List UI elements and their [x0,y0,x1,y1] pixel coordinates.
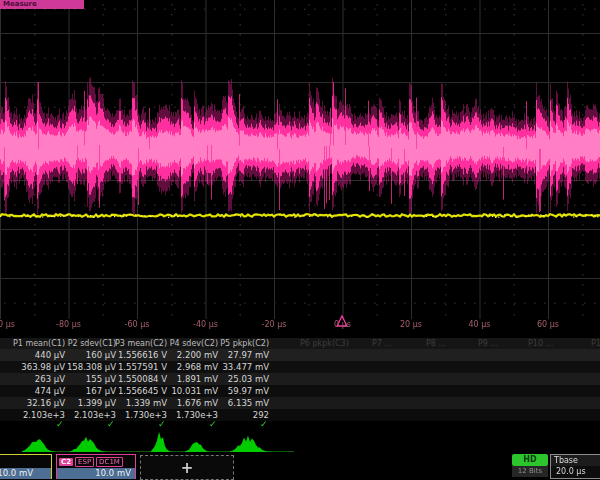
stat-value: 33.477 mV [221,362,272,372]
param-header-dim[interactable]: P6 pkpk(C3) [300,339,349,348]
time-axis: -100 µs-80 µs-60 µs-40 µs-20 µs0 µs20 µs… [0,320,600,332]
time-axis-label: 20 µs [400,320,422,329]
param-header-dim[interactable]: P10 ... [528,339,553,348]
stat-row-min: 263 µV155 µV1.550084 V1.891 mV25.03 mV [0,373,600,385]
timebase-value: 20.0 µs [551,466,600,478]
param-header-dim[interactable]: P11 [591,339,600,348]
stat-value: 155 µV [68,374,119,384]
c2-esp-badge: ESP [75,457,94,467]
stat-value: 32.16 µV [0,398,68,408]
add-trace-button[interactable]: + [140,455,234,480]
time-axis-label: 60 µs [537,320,559,329]
time-axis-label: 40 µs [469,320,491,329]
stat-value: 1.339 mV [119,398,170,408]
stat-value: 1.891 mV [170,374,221,384]
time-axis-label: 0 µs [334,320,351,329]
stat-value: 27.97 mV [221,350,272,360]
status-check-icon: ✓ [260,419,268,429]
param-header-dim[interactable]: P9 ... [478,339,498,348]
channel-descriptor-c2[interactable]: C2 ESP DC1M 10.0 mV [56,454,136,479]
stat-value: 2.200 mV [170,350,221,360]
stat-value: 1.557591 V [119,362,170,372]
hd-bits-label: 12 Bits [512,466,548,477]
hd-badge: HD [512,454,548,466]
stat-value: 1.676 mV [170,398,221,408]
c2-label: C2 [59,458,73,466]
channel-descriptor-c1[interactable]: C1 DC1M 10.0 mV [0,454,52,479]
stat-value: 1.550084 V [119,374,170,384]
stat-value: 1.399 µV [68,398,119,408]
oscilloscope-screen: Measure -100 µs-80 µs-60 µs-40 µs-20 µs0… [0,0,600,480]
status-check-icon: ✓ [56,419,64,429]
stat-value: 440 µV [0,350,68,360]
param-header-dim[interactable]: P7 ... [372,339,392,348]
stat-row-max: 474 µV167 µV1.556645 V10.031 mV59.97 mV [0,385,600,397]
stat-value: 363.98 µV [0,362,68,372]
stat-value: 6.135 mV [221,398,272,408]
param-header[interactable]: P1 mean(C1) [0,339,68,348]
c1-vdiv-value[interactable]: 10.0 mV [0,468,51,479]
time-axis-label: -100 µs [0,320,15,329]
param-header[interactable]: P3 mean(C2) [119,339,170,348]
stat-value: 1.556645 V [119,386,170,396]
stat-value: 158.308 µV [68,362,119,372]
stat-value: 1.556616 V [119,350,170,360]
stat-value: 59.97 mV [221,386,272,396]
status-check-icon: ✓ [209,419,217,429]
top-left-badge[interactable]: Measure [0,0,84,9]
stat-row-mean: 363.98 µV158.308 µV1.557591 V2.968 mV33.… [0,361,600,373]
stat-value: 25.03 mV [221,374,272,384]
status-check-icon: ✓ [158,419,166,429]
param-header[interactable]: P5 pkpk(C2) [221,339,272,348]
time-axis-label: -80 µs [56,320,81,329]
stat-row-num: 2.103e+32.103e+31.730e+31.730e+3292 [0,409,600,421]
stat-row-sdev: 32.16 µV1.399 µV1.339 mV1.676 mV6.135 mV [0,397,600,409]
time-axis-label: -60 µs [125,320,150,329]
stat-value: 160 µV [68,350,119,360]
status-row: ✓✓✓✓✓ [0,421,600,430]
param-header[interactable]: P2 sdev(C1) [68,339,119,348]
stat-row-value: 440 µV160 µV1.556616 V2.200 mV27.97 mV [0,349,600,361]
stat-value: 263 µV [0,374,68,384]
measure-table: P1 mean(C1)P2 sdev(C1)P3 mean(C2)P4 sdev… [0,338,600,430]
param-header[interactable]: P4 sdev(C2) [170,339,221,348]
stat-value: 2.968 mV [170,362,221,372]
c2-coupling-badge: DC1M [96,457,123,467]
c2-vdiv-value[interactable]: 10.0 mV [57,468,135,479]
time-axis-label: -20 µs [262,320,287,329]
stat-value: 10.031 mV [170,386,221,396]
hd-mode-indicator[interactable]: HD 12 Bits [512,454,548,477]
timebase-title: Tbase [551,455,600,466]
status-check-icon: ✓ [107,419,115,429]
stat-value: 474 µV [0,386,68,396]
timebase-descriptor[interactable]: Tbase 20.0 µs [550,454,600,479]
time-axis-label: -40 µs [193,320,218,329]
stat-value: 167 µV [68,386,119,396]
param-header-dim[interactable]: P8 ... [426,339,446,348]
